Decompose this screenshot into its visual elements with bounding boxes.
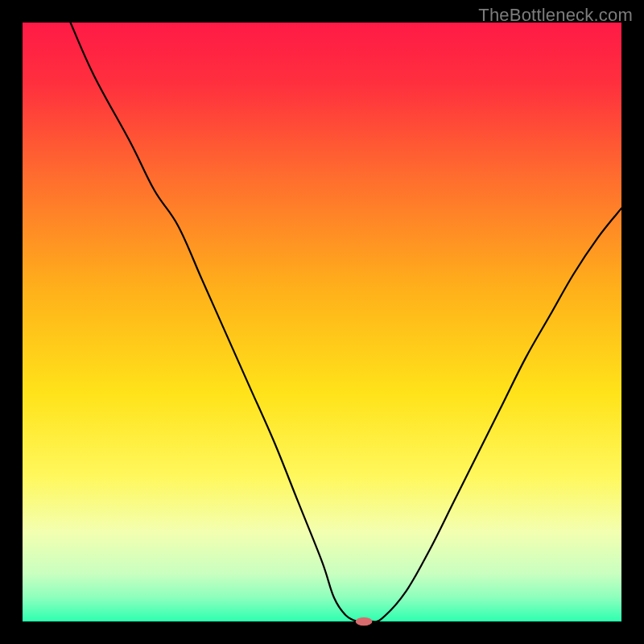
optimum-marker xyxy=(356,617,373,625)
bottleneck-curve xyxy=(71,23,621,622)
chart-svg xyxy=(23,23,621,621)
plot-area xyxy=(23,23,621,621)
chart-container: TheBottleneck.com xyxy=(0,0,644,644)
